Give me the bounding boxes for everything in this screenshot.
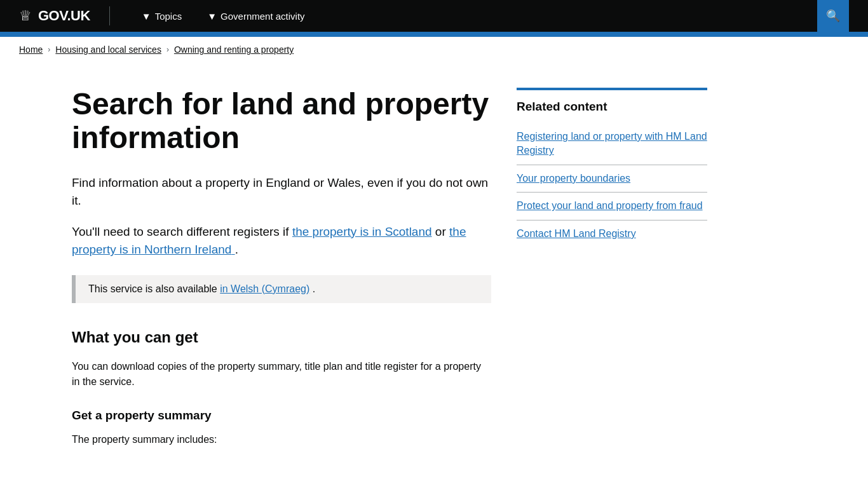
what-you-can-get-text: You can download copies of the property … bbox=[72, 359, 491, 390]
breadcrumb-owning[interactable]: Owning and renting a property bbox=[174, 44, 294, 55]
sidebar: Related content Registering land or prop… bbox=[517, 88, 707, 457]
site-header: ♕ GOV.UK ▼ Topics ▼ Government activity … bbox=[0, 0, 868, 32]
topics-nav-item[interactable]: ▼ Topics bbox=[129, 0, 194, 32]
related-link-item-1: Registering land or property with HM Lan… bbox=[517, 123, 707, 165]
registers-text-after: . bbox=[235, 243, 238, 256]
breadcrumb-home[interactable]: Home bbox=[19, 44, 43, 55]
chevron-down-icon-2: ▼ bbox=[207, 11, 217, 22]
intro-paragraph: Find information about a property in Eng… bbox=[72, 174, 491, 210]
government-activity-nav-item[interactable]: ▼ Government activity bbox=[194, 0, 317, 32]
related-link-4[interactable]: Contact HM Land Registry bbox=[517, 228, 636, 239]
breadcrumb-separator-2: › bbox=[166, 45, 169, 54]
property-summary-text: The property summary includes: bbox=[72, 432, 491, 447]
main-wrapper: Search for land and property information… bbox=[53, 62, 815, 457]
topics-label: Topics bbox=[155, 11, 182, 22]
related-link-item-3: Protect your land and property from frau… bbox=[517, 192, 707, 219]
welsh-note-before: This service is also available bbox=[88, 283, 220, 294]
page-title: Search for land and property information bbox=[72, 88, 491, 155]
chevron-down-icon: ▼ bbox=[142, 11, 151, 22]
related-link-3[interactable]: Protect your land and property from frau… bbox=[517, 200, 703, 211]
related-links-list: Registering land or property with HM Lan… bbox=[517, 123, 707, 247]
breadcrumb: Home › Housing and local services › Owni… bbox=[0, 37, 868, 62]
property-summary-heading: Get a property summary bbox=[72, 409, 491, 423]
welsh-note-text: This service is also available in Welsh … bbox=[88, 281, 478, 297]
scotland-link[interactable]: the property is in Scotland bbox=[292, 225, 432, 238]
registers-paragraph: You'll need to search different register… bbox=[72, 223, 491, 259]
registers-text-before: You'll need to search different register… bbox=[72, 225, 292, 238]
registers-text-middle: or bbox=[435, 225, 449, 238]
header-divider bbox=[109, 6, 110, 25]
related-content-box: Related content Registering land or prop… bbox=[517, 88, 707, 247]
related-heading: Related content bbox=[517, 100, 707, 114]
main-nav: ▼ Topics ▼ Government activity bbox=[129, 0, 817, 32]
breadcrumb-separator-1: › bbox=[48, 45, 50, 54]
welsh-note-after: . bbox=[313, 283, 315, 294]
gov-uk-logo[interactable]: ♕ GOV.UK bbox=[19, 8, 90, 24]
what-you-can-get-heading: What you can get bbox=[72, 329, 491, 346]
main-content: Search for land and property information… bbox=[72, 62, 491, 457]
welsh-link[interactable]: in Welsh (Cymraeg) bbox=[220, 283, 309, 294]
related-link-1[interactable]: Registering land or property with HM Lan… bbox=[517, 131, 707, 156]
related-link-item-2: Your property boundaries bbox=[517, 165, 707, 192]
government-activity-label: Government activity bbox=[220, 11, 305, 22]
search-icon: 🔍 bbox=[826, 9, 840, 23]
breadcrumb-housing[interactable]: Housing and local services bbox=[55, 44, 161, 55]
search-button[interactable]: 🔍 bbox=[817, 0, 849, 32]
blue-accent-bar bbox=[0, 32, 868, 37]
related-link-2[interactable]: Your property boundaries bbox=[517, 173, 630, 184]
related-link-item-4: Contact HM Land Registry bbox=[517, 220, 707, 247]
logo-text: GOV.UK bbox=[38, 8, 90, 24]
crown-icon: ♕ bbox=[19, 8, 32, 24]
welsh-note-box: This service is also available in Welsh … bbox=[72, 275, 491, 303]
